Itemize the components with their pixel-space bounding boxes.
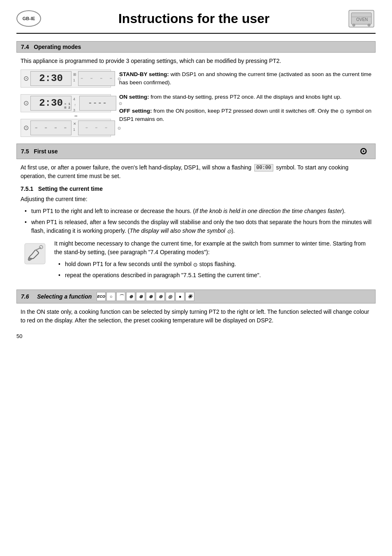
off-display: ⊙ - - - - ✕ 1 - - - ⊙ [21,119,111,137]
dsp1-indicator-off: ⊙ [23,123,29,133]
svg-point-2 [353,24,355,26]
off-title: OFF setting: [119,108,152,114]
dsp1-on: 2:30 ✕ 1 ⊞ 2 [30,96,71,111]
func-icon-5: ⊛ [146,292,155,301]
smiley-inline-note1: ⊙ [193,262,198,268]
smiley-icon-75: ⊙ [360,146,367,157]
func-icon-2: ⌒ [116,292,125,301]
func-icon-9: ✳ [185,292,194,301]
note-bullets: hold down PT1 for a few seconds until th… [54,260,371,280]
subsection-751-intro: Adjusting the current time: [21,195,371,204]
text-column: STAND-BY setting: with DSP1 on and showi… [119,70,371,137]
note-text-content: It might become necessary to change the … [54,239,371,283]
header-appliance-icon: OVEN [347,8,376,29]
subsection-751-title-text: Setting the current time [38,185,103,192]
section-75-label: 7.5 First use [21,148,58,155]
svg-text:OVEN: OVEN [356,17,368,22]
page-title: Instructions for the user [41,11,347,26]
section-75-intro-text: At first use, or after a power failure, … [21,164,251,171]
note-bullet-1: hold down PT1 for a few seconds until th… [58,260,371,269]
section-76-title: Selecting a function [37,293,92,300]
section-75-content: At first use, or after a power failure, … [16,163,376,283]
bullet-item-1: turn PT1 to the right and left to increa… [25,207,371,215]
func-icon-4: ⊗ [136,292,145,301]
dsp1-standby: 2:30 [30,71,71,86]
section-76-number: 7.6 [21,293,29,300]
section-74-title: Operating modes [34,44,81,50]
smiley-inline-off: ⊙ [340,108,344,114]
displays-column: ⊙ 2:30 ⊞ 1 - - - - ⊙ ⊙ 2:30 [21,70,111,137]
subsection-751-title: 7.5.1 Setting the current time [21,185,371,193]
section-76-content: In the ON state only, a cooking function… [16,308,376,325]
function-icons: ECO ○ ⌒ ⊕ ⊗ ⊛ ⊜ ◎ ● ✳ [97,292,194,301]
country-logo: GB-IE [16,10,41,27]
section-75-number: 7.5 [21,148,29,155]
standby-display: ⊙ 2:30 ⊞ 1 - - - - ⊙ [21,70,111,88]
func-icon-3: ⊕ [126,292,135,301]
on-display: ⊙ 2:30 ✕ 1 ⊞ 2 4 ↑ 3 ⇔ ---- ⊙ [21,94,111,112]
dsp2-on: ---- [79,96,116,111]
func-icon-8: ● [175,292,184,301]
note-with-image: It might become necessary to change the … [21,239,371,283]
func-icon-6: ⊜ [156,292,165,301]
func-icon-eco: ECO [97,292,106,301]
section-74-header: 7.4 Operating modes [16,41,376,53]
subsection-751-number: 7.5.1 [21,185,33,192]
section-74-intro: This appliance is programmed to provide … [21,57,371,65]
page-header: GB-IE Instructions for the user OVEN [16,8,376,34]
section-76-header: 7.6 Selecting a function ECO ○ ⌒ ⊕ ⊗ ⊛ ⊜… [16,290,376,303]
section-75-title: First use [34,148,58,155]
dsp1-indicator-standby: ⊙ [23,74,29,83]
bullet-item-2: when PT1 is released, after a few second… [25,218,371,235]
off-description: OFF setting: from the ON position, keep … [119,107,371,124]
section-75-header-inner: 7.5 First use ⊙ [21,146,371,157]
page-number: 50 [16,333,376,339]
on-title: ON setting: [119,94,149,100]
section-76-description: In the ON state only, a cooking function… [21,308,371,325]
logo-text: GB-IE [23,16,35,21]
func-icon-7: ◎ [166,292,175,301]
smiley-inline-751: ⊙ [227,228,231,234]
dsp2-standby: - - - - [78,71,115,86]
dsp1-off: - - - - [30,120,71,135]
subsection-751-bullets: turn PT1 to the right and left to increa… [21,207,371,235]
section-74-content: This appliance is programmed to provide … [16,57,376,137]
flashing-display: 00:00 [254,164,273,171]
svg-point-3 [368,24,370,26]
dsp2-off: - - - [78,120,115,135]
wrench-image [21,239,49,268]
dsp1-indicator-on: ⊙ [23,98,29,108]
on-description: ON setting: from the stand-by setting, p… [119,93,371,101]
func-icon-1: ○ [106,292,115,301]
section-74-number: 7.4 [21,44,29,50]
standby-description: STAND-BY setting: with DSP1 on and showi… [119,70,371,87]
operating-modes-layout: ⊙ 2:30 ⊞ 1 - - - - ⊙ ⊙ 2:30 [21,70,371,137]
standby-title: STAND-BY setting: [119,71,169,77]
note-bullet-2: repeat the operations described in parag… [58,271,371,280]
section-75-intro: At first use, or after a power failure, … [21,163,371,181]
svg-rect-6 [25,243,45,264]
note-text: It might become necessary to change the … [54,239,371,257]
section-75-header: 7.5 First use ⊙ [16,144,376,159]
